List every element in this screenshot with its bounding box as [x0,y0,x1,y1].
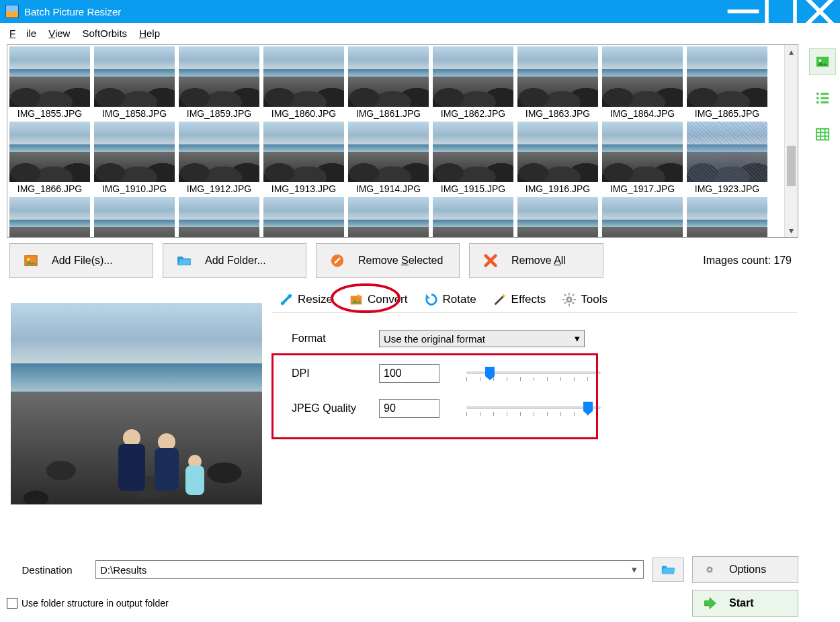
thumbnail-item[interactable] [431,197,515,237]
start-button[interactable]: Start [692,590,798,617]
tab-effects[interactable]: Effects [485,289,554,310]
thumbnail-item[interactable]: IMG_1912.JPG [177,122,261,194]
thumbnail-item[interactable] [685,197,769,237]
thumbnail-item[interactable]: IMG_1858.JPG [93,46,176,119]
gear-icon [702,562,717,577]
thumbnail-item[interactable]: IMG_1866.JPG [8,122,91,194]
chevron-down-icon: ▾ [575,332,580,345]
remove-all-button[interactable]: Remove All [469,243,603,278]
thumbnail-image [433,46,513,107]
thumbnail-label: IMG_1859.JPG [187,108,252,119]
thumbnail-image [602,46,683,107]
svg-rect-29 [816,129,829,140]
tab-convert[interactable]: Convert [341,289,415,310]
format-label: Format [292,332,379,345]
thumbnail-item[interactable]: IMG_1916.JPG [516,122,599,194]
thumbnail-item[interactable]: IMG_1915.JPG [431,122,515,194]
thumbnail-item[interactable]: IMG_1859.JPG [177,46,261,119]
window-title: Batch Picture Resizer [24,6,121,17]
thumbnail-image [602,122,683,182]
thumbnail-item[interactable]: IMG_1861.JPG [347,46,430,119]
thumbnail-image [517,122,598,182]
svg-rect-11 [569,304,570,306]
view-list-button[interactable] [809,85,836,112]
add-files-button[interactable]: Add File(s)... [9,243,153,278]
jpeg-quality-slider[interactable] [466,399,601,418]
browse-button[interactable] [652,558,684,582]
thumbnail-scrollbar[interactable]: ▴ ▾ [784,45,798,237]
menu-softorbits[interactable]: SoftOrbits [77,25,132,42]
thumbnail-image [433,122,513,182]
svg-rect-10 [569,292,570,295]
thumbnail-label: IMG_1860.JPG [271,108,337,119]
thumbnail-item[interactable] [8,197,91,237]
thumbnail-item[interactable] [516,197,599,237]
destination-combobox[interactable]: D:\Results ▾ [95,560,644,579]
thumbnail-image [517,46,598,107]
window-minimize-button[interactable] [724,0,762,23]
thumbnail-item[interactable] [347,197,430,237]
destination-label: Destination [7,564,87,576]
menu-view[interactable]: View [43,25,75,42]
window-close-button[interactable] [800,0,840,23]
svg-point-22 [819,59,822,62]
view-thumbnails-button[interactable] [809,48,836,75]
thumbnail-item[interactable] [177,197,261,237]
format-select[interactable]: Use the original format ▾ [379,330,585,347]
svg-rect-16 [572,294,575,296]
dpi-slider[interactable] [466,364,601,383]
tab-tools[interactable]: Tools [554,289,615,310]
tab-resize[interactable]: Resize [271,289,340,310]
thumbnail-image [263,122,344,182]
tab-rotate[interactable]: Rotate [417,289,484,310]
thumbnail-item[interactable]: IMG_1917.JPG [601,122,684,194]
scroll-handle[interactable] [787,146,796,186]
thumbnail-item[interactable]: IMG_1914.JPG [347,122,430,194]
rotate-icon [424,292,439,307]
menu-help[interactable]: Help [134,25,165,42]
thumbnail-image [433,197,513,237]
thumbnail-item[interactable]: IMG_1923.JPG [685,122,769,194]
thumbnail-image [263,46,344,107]
thumbnail-label: IMG_1865.JPG [695,108,760,119]
thumbnail-image [687,122,767,182]
svg-point-23 [816,93,819,95]
dpi-label: DPI [292,367,379,380]
svg-rect-15 [572,302,575,304]
delete-icon [483,253,498,268]
settings-pane: Resize Convert Rotate [271,286,797,521]
svg-point-5 [28,258,30,261]
jpeg-quality-input[interactable] [379,399,439,418]
preview-panel [8,286,265,521]
menubar: File View SoftOrbits Help [0,23,840,43]
convert-form: Format Use the original format ▾ DPI [271,313,797,422]
thumbnail-item[interactable]: IMG_1860.JPG [262,46,345,119]
thumbnail-image [179,46,259,107]
menu-file[interactable]: File [4,25,42,42]
thumbnail-item[interactable]: IMG_1864.JPG [601,46,684,119]
add-folder-button[interactable]: Add Folder... [163,243,306,278]
thumbnail-item[interactable] [93,197,176,237]
thumbnail-item[interactable] [601,197,684,237]
thumbnail-label: IMG_1866.JPG [17,183,83,194]
thumbnail-item[interactable]: IMG_1863.JPG [516,46,599,119]
thumbnail-item[interactable]: IMG_1855.JPG [8,46,91,119]
remove-selected-button[interactable]: Remove Selected [316,243,460,278]
scroll-down-icon[interactable]: ▾ [785,224,798,237]
window-maximize-button[interactable] [762,0,800,23]
titlebar: Batch Picture Resizer [0,0,840,23]
svg-point-18 [568,298,571,301]
scroll-up-icon[interactable]: ▴ [785,45,798,58]
options-button[interactable]: Options [692,556,798,583]
view-table-button[interactable] [809,121,836,148]
dpi-input[interactable] [379,364,439,383]
use-folder-structure-checkbox[interactable]: Use folder structure in output folder [7,598,169,609]
thumbnail-item[interactable]: IMG_1913.JPG [262,122,345,194]
thumbnail-item[interactable]: IMG_1910.JPG [93,122,176,194]
folder-icon [661,562,675,577]
thumbnail-item[interactable]: IMG_1862.JPG [431,46,515,119]
svg-point-25 [816,101,819,104]
thumbnail-item[interactable] [262,197,345,237]
thumbnail-item[interactable]: IMG_1865.JPG [685,46,769,119]
image-grid-icon [815,54,830,69]
